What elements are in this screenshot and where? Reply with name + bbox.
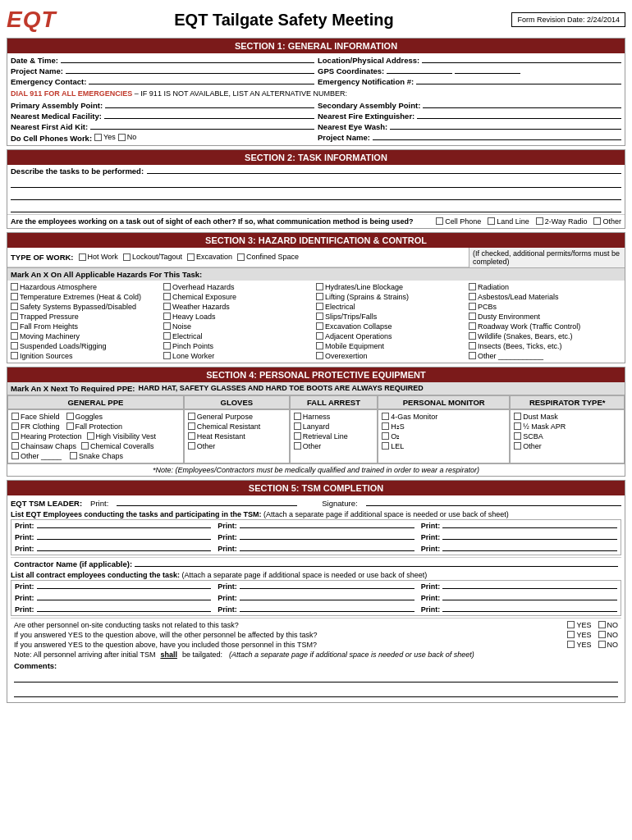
excavation-checkbox[interactable]: [187, 253, 195, 261]
comm-2way-checkbox[interactable]: [536, 217, 543, 225]
haz-slips-cb[interactable]: [316, 313, 323, 320]
haz-asbestos-cb[interactable]: [469, 293, 476, 300]
ppe-heat-resist-cb[interactable]: [188, 432, 195, 440]
ppe-h2s-cb[interactable]: [382, 422, 389, 430]
emp-print-1a[interactable]: [37, 527, 212, 528]
contractor-name-input[interactable]: [135, 566, 618, 567]
con-print-2b[interactable]: [240, 600, 414, 600]
ppe-lanyard-cb[interactable]: [294, 422, 301, 430]
ppe-hi-vis-cb[interactable]: [87, 432, 94, 440]
task-line1[interactable]: [11, 178, 621, 188]
emp-print-3c[interactable]: [442, 550, 617, 551]
haz-safety-sys-cb[interactable]: [11, 303, 18, 310]
ppe-scba-cb[interactable]: [514, 432, 521, 440]
ppe-gen-purpose-cb[interactable]: [188, 413, 195, 420]
q1-yes-cb[interactable]: [567, 621, 575, 628]
ppe-fr-clothing-cb[interactable]: [11, 422, 19, 430]
haz-atmosphere-cb[interactable]: [11, 283, 18, 290]
ppe-chem-coveralls-cb[interactable]: [81, 442, 89, 450]
haz-electrical-cb[interactable]: [163, 332, 171, 340]
comments-line2[interactable]: [14, 687, 618, 697]
haz-adjacent-cb[interactable]: [316, 332, 323, 340]
haz-overhead-cb[interactable]: [163, 283, 171, 290]
haz-wildlife-cb[interactable]: [469, 332, 476, 340]
q3-no-cb[interactable]: [598, 641, 606, 648]
project-name2-input[interactable]: [373, 139, 621, 140]
ppe-dust-mask-cb[interactable]: [514, 413, 521, 420]
nearest-medical-input[interactable]: [104, 118, 314, 119]
q3-yes-cb[interactable]: [567, 641, 575, 648]
gps-input2[interactable]: [455, 73, 520, 74]
haz-lone-cb[interactable]: [163, 352, 171, 359]
ppe-chem-resist-cb[interactable]: [188, 422, 195, 430]
date-time-input[interactable]: [61, 62, 314, 63]
location-input[interactable]: [422, 62, 621, 63]
comm-cell-checkbox[interactable]: [436, 217, 443, 225]
haz-excav-collapse-cb[interactable]: [316, 322, 323, 330]
con-print-1b[interactable]: [240, 588, 414, 589]
ppe-other-gen-cb[interactable]: [11, 452, 19, 459]
primary-assembly-input[interactable]: [105, 107, 314, 108]
cell-no-checkbox[interactable]: [118, 134, 126, 141]
haz-insects-cb[interactable]: [469, 342, 476, 349]
nearest-eye-input[interactable]: [390, 129, 621, 130]
q1-no-cb[interactable]: [598, 621, 606, 628]
ppe-harness-cb[interactable]: [294, 413, 301, 420]
cell-yes-checkbox[interactable]: [94, 134, 102, 141]
con-print-1c[interactable]: [442, 588, 617, 589]
secondary-assembly-input[interactable]: [423, 107, 621, 108]
ppe-snake-chaps-cb[interactable]: [70, 452, 77, 459]
confined-checkbox[interactable]: [237, 253, 245, 261]
ppe-retrieval-cb[interactable]: [294, 432, 301, 440]
ppe-resp-other-cb[interactable]: [514, 442, 521, 450]
emp-print-3b[interactable]: [240, 550, 414, 551]
ppe-o2-cb[interactable]: [382, 432, 389, 440]
emp-print-2b[interactable]: [240, 539, 414, 540]
emp-print-2a[interactable]: [37, 539, 212, 540]
tsm-sig-input[interactable]: [366, 505, 621, 506]
project-name-input[interactable]: [66, 73, 314, 74]
con-print-2a[interactable]: [37, 600, 212, 600]
gps-input1[interactable]: [387, 73, 452, 74]
emergency-notif-input[interactable]: [416, 84, 621, 84]
task-desc-input[interactable]: [147, 173, 621, 174]
haz-suspended-cb[interactable]: [11, 342, 18, 349]
con-print-3b[interactable]: [240, 611, 414, 612]
emp-print-1c[interactable]: [442, 527, 617, 528]
task-line2[interactable]: [11, 190, 621, 200]
haz-pcbs-cb[interactable]: [469, 303, 476, 310]
haz-dusty-cb[interactable]: [469, 313, 476, 320]
ppe-4gas-cb[interactable]: [382, 413, 389, 420]
haz-pinch-cb[interactable]: [163, 342, 171, 349]
haz-lifting-cb[interactable]: [316, 293, 323, 300]
haz-radiation-cb[interactable]: [469, 283, 476, 290]
q2-no-cb[interactable]: [598, 631, 606, 638]
con-print-1a[interactable]: [37, 588, 212, 589]
haz-hydrates-cb[interactable]: [316, 283, 323, 290]
con-print-2c[interactable]: [442, 600, 617, 600]
ppe-hearing-cb[interactable]: [11, 432, 19, 440]
emp-print-3a[interactable]: [37, 550, 212, 551]
ppe-fall-other-cb[interactable]: [294, 442, 301, 450]
haz-chemical-cb[interactable]: [163, 293, 171, 300]
nearest-fire-input[interactable]: [417, 118, 621, 119]
haz-overexertion-cb[interactable]: [316, 352, 323, 359]
comm-other-checkbox[interactable]: [593, 217, 601, 225]
haz-other-cb[interactable]: [469, 352, 476, 359]
comments-line1[interactable]: [14, 673, 618, 682]
comm-land-checkbox[interactable]: [488, 217, 495, 225]
haz-roadway-cb[interactable]: [469, 322, 476, 330]
con-print-3c[interactable]: [442, 611, 617, 612]
ppe-half-mask-cb[interactable]: [514, 422, 521, 430]
haz-trapped-cb[interactable]: [11, 313, 18, 320]
haz-fall-heights-cb[interactable]: [11, 322, 18, 330]
ppe-chainsaw-chaps-cb[interactable]: [11, 442, 19, 450]
con-print-3a[interactable]: [37, 611, 212, 612]
emergency-contact-input[interactable]: [89, 84, 314, 84]
task-line3[interactable]: [11, 203, 621, 212]
haz-heavy-loads-cb[interactable]: [163, 313, 171, 320]
haz-mobile-cb[interactable]: [316, 342, 323, 349]
emp-print-2c[interactable]: [442, 539, 617, 540]
ppe-goggles-cb[interactable]: [66, 413, 74, 420]
haz-temp-cb[interactable]: [11, 293, 18, 300]
